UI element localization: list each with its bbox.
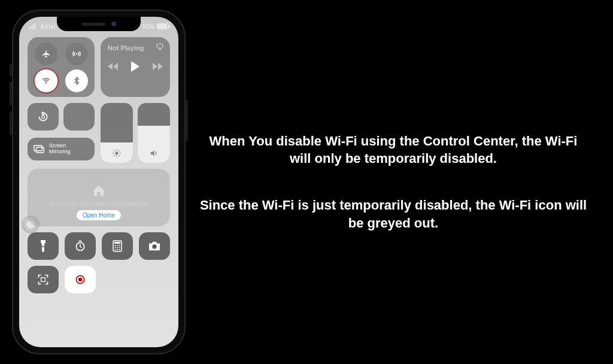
do-not-disturb-button[interactable] — [63, 103, 95, 131]
house-icon — [92, 184, 105, 197]
svg-point-14 — [117, 247, 118, 248]
screen-mirroring-icon — [34, 145, 44, 153]
empty-slot — [139, 266, 170, 293]
media-not-playing-label: Not Playing — [108, 44, 163, 51]
carrier-label: Airtel — [40, 23, 56, 30]
svg-point-12 — [119, 245, 120, 246]
wifi-button[interactable] — [35, 69, 57, 92]
airplay-icon[interactable] — [156, 42, 164, 50]
svg-rect-4 — [37, 147, 44, 153]
explanatory-caption: When You disable Wi-Fi using the Control… — [186, 132, 613, 232]
cellular-data-button[interactable] — [65, 43, 88, 65]
previous-track-button[interactable] — [108, 63, 118, 70]
volume-down-button — [10, 111, 12, 135]
svg-rect-9 — [114, 242, 120, 244]
brightness-slider[interactable] — [101, 103, 133, 163]
svg-point-5 — [115, 151, 118, 154]
calculator-button[interactable] — [102, 232, 133, 260]
side-power-button — [186, 99, 188, 141]
airplane-icon — [41, 49, 51, 59]
flashlight-button[interactable] — [28, 232, 59, 260]
volume-slider[interactable] — [138, 103, 170, 163]
airplane-mode-button[interactable] — [35, 43, 57, 65]
signal-bars-icon — [29, 23, 35, 29]
wifi-icon — [41, 76, 51, 86]
caption-paragraph-2: Since the Wi-Fi is just temporarily disa… — [198, 196, 589, 232]
iphone-device-mock: Airtel 91% — [12, 10, 186, 354]
orientation-lock-button[interactable] — [28, 103, 59, 131]
camera-button[interactable] — [139, 232, 170, 260]
svg-point-11 — [117, 245, 118, 246]
media-tile[interactable]: Not Playing — [101, 37, 170, 97]
home-tile-subtitle: Accessories and Scenes will appear here — [50, 201, 148, 207]
svg-point-1 — [45, 82, 46, 83]
home-tile[interactable]: Accessories and Scenes will appear here … — [28, 169, 170, 226]
bluetooth-button[interactable] — [65, 69, 88, 92]
silence-switch — [10, 63, 12, 77]
do-not-disturb-moon-icon — [74, 111, 84, 122]
screen-mirroring-button[interactable]: Screen Mirroring — [28, 138, 95, 160]
play-button[interactable] — [131, 61, 139, 72]
volume-up-button — [10, 81, 12, 105]
calculator-icon — [113, 240, 122, 252]
svg-point-17 — [117, 249, 118, 250]
qr-scan-icon — [37, 274, 49, 286]
timer-button[interactable] — [65, 232, 96, 260]
svg-point-10 — [115, 245, 116, 246]
svg-point-0 — [75, 53, 77, 54]
notch — [57, 17, 141, 31]
orientation-lock-icon — [37, 111, 49, 123]
svg-point-19 — [152, 244, 156, 248]
screen-mirroring-label: Screen Mirroring — [49, 143, 71, 155]
svg-point-13 — [115, 247, 116, 248]
next-track-button[interactable] — [153, 63, 163, 70]
bluetooth-icon — [72, 76, 81, 86]
svg-point-22 — [78, 278, 83, 282]
control-center: Not Playing — [19, 32, 178, 299]
svg-point-18 — [119, 249, 120, 250]
sliders-group — [101, 103, 170, 163]
connectivity-tile[interactable] — [28, 37, 95, 97]
screen-record-button[interactable] — [65, 266, 96, 293]
svg-point-6 — [43, 246, 44, 248]
camera-icon — [148, 241, 161, 251]
brightness-sun-icon — [112, 148, 122, 158]
svg-point-16 — [115, 249, 116, 250]
screen-record-icon — [74, 274, 86, 286]
svg-rect-20 — [41, 278, 45, 282]
svg-point-15 — [119, 247, 120, 248]
battery-percent-label: 91% — [142, 23, 154, 30]
flashlight-icon — [39, 240, 47, 252]
open-home-link[interactable]: Open Home — [77, 210, 121, 220]
caption-paragraph-1: When You disable Wi-Fi using the Control… — [198, 132, 589, 168]
volume-speaker-icon — [149, 148, 159, 158]
empty-slot — [102, 266, 133, 293]
focus-mirror-group: Screen Mirroring — [28, 103, 95, 163]
qr-scan-button[interactable] — [28, 266, 59, 293]
battery-icon — [157, 23, 169, 29]
cellular-antenna-icon — [72, 49, 81, 59]
svg-rect-2 — [42, 116, 44, 119]
phone-screen: Airtel 91% — [19, 17, 178, 347]
timer-icon — [74, 240, 86, 252]
svg-rect-3 — [34, 145, 43, 151]
